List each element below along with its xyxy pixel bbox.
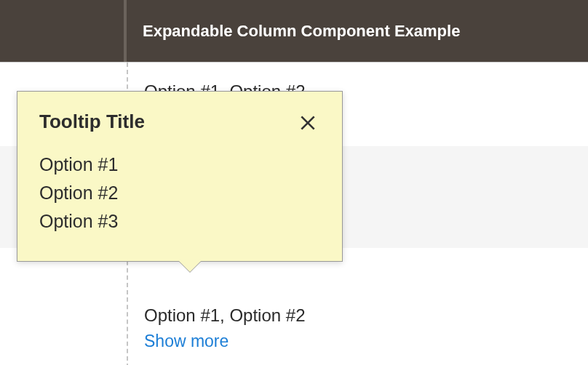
column-header-title: Expandable Column Component Example: [143, 22, 460, 41]
table-row: Option #1, Option #2 Show more: [128, 291, 588, 358]
tooltip-arrow-icon: [179, 261, 201, 272]
cell-value: Option #1, Option #2: [144, 305, 572, 326]
tooltip-title: Tooltip Title: [39, 111, 145, 133]
tooltip-box: Tooltip Title Option #1 Option #2 Option…: [17, 91, 343, 262]
tooltip-popover: Tooltip Title Option #1 Option #2 Option…: [17, 91, 343, 262]
header-cell-expandable: Expandable Column Component Example: [127, 0, 588, 62]
show-more-link[interactable]: Show more: [144, 332, 229, 351]
header-cell-left: [0, 0, 127, 62]
tooltip-header: Tooltip Title: [39, 111, 320, 138]
tooltip-option-list: Option #1 Option #2 Option #3: [39, 154, 320, 232]
close-icon: [298, 116, 317, 136]
tooltip-option: Option #2: [39, 182, 320, 204]
table-header-row: Expandable Column Component Example: [0, 0, 588, 63]
close-button[interactable]: [295, 111, 320, 138]
tooltip-option: Option #1: [39, 154, 320, 175]
tooltip-option: Option #3: [39, 211, 320, 232]
